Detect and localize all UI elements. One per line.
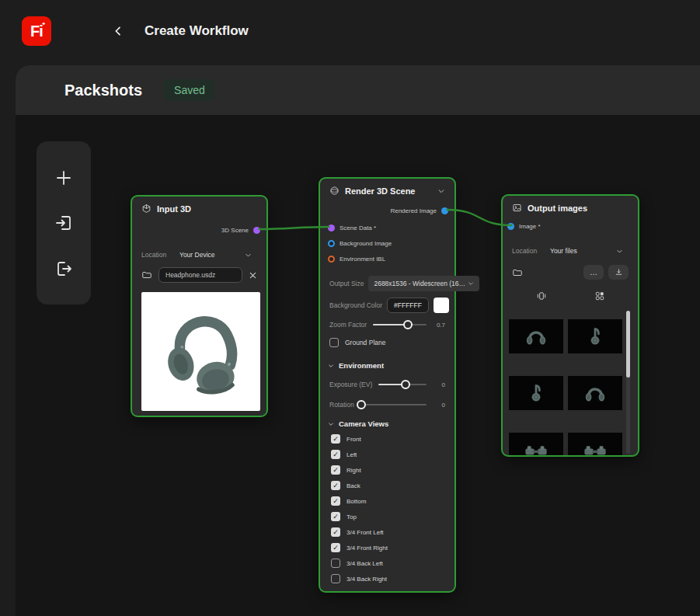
slider-handle[interactable] — [357, 400, 366, 409]
node-title: Render 3D Scene — [345, 186, 415, 196]
port-dot-background-image[interactable] — [328, 240, 335, 247]
thumbnail-side-view[interactable] — [509, 366, 563, 420]
camera-view-row[interactable]: ✓3/4 Front Left — [320, 527, 454, 537]
camera-view-row[interactable]: 3/4 Back Right — [320, 574, 454, 583]
download-button[interactable] — [608, 265, 629, 280]
camera-view-checkbox[interactable]: ✓ — [331, 465, 340, 475]
view-toggle-row — [503, 291, 638, 301]
exposure-label: Exposure (EV) — [329, 381, 372, 388]
port-background-image[interactable]: Background Image — [320, 238, 454, 248]
node-output-header[interactable]: Output images — [503, 196, 638, 217]
node-output-images[interactable]: Output images Image * Location Your file… — [501, 194, 639, 457]
clear-file-button[interactable] — [249, 271, 257, 280]
port-rendered-image[interactable]: Rendered Image — [320, 206, 454, 215]
port-dot-environment-ibl[interactable] — [328, 256, 335, 263]
thumbnail-header — [568, 366, 622, 376]
camera-view-checkbox[interactable]: ✓ — [331, 512, 340, 521]
ground-plane-row[interactable]: Ground Plane — [320, 338, 454, 347]
3d-preview-image[interactable] — [141, 292, 260, 411]
camera-view-checkbox[interactable]: ✓ — [331, 481, 340, 490]
port-dot-rendered-image[interactable] — [441, 207, 448, 214]
camera-view-row[interactable]: ✓Top — [320, 512, 454, 521]
port-environment-ibl[interactable]: Environment IBL — [320, 254, 454, 263]
rotation-label: Rotation — [329, 401, 354, 409]
slider-handle[interactable] — [401, 380, 410, 389]
camera-view-row[interactable]: ✓Bottom — [320, 496, 454, 506]
node-input-3d[interactable]: Input 3D 3D Scene Location Your Device — [131, 195, 268, 417]
location-select[interactable]: Your Device — [174, 247, 257, 263]
output-size-select[interactable]: 2688x1536 - Widescreen (16… — [368, 276, 479, 291]
thumbnail-front-view[interactable] — [509, 309, 563, 364]
carousel-view-button[interactable] — [536, 291, 547, 301]
zoom-factor-label: Zoom Factor — [329, 321, 367, 329]
port-dot-3d-scene[interactable] — [253, 227, 260, 234]
camera-view-checkbox[interactable]: ✓ — [331, 434, 340, 444]
thumbnails-grid — [509, 309, 630, 455]
camera-view-row[interactable]: 3/4 Back Left — [320, 559, 454, 568]
camera-view-checkbox[interactable]: ✓ — [331, 450, 340, 459]
thumbnail-header — [509, 423, 563, 433]
port-image[interactable]: Image * — [503, 221, 638, 231]
import-button[interactable] — [48, 207, 79, 238]
add-node-button[interactable] — [48, 162, 79, 193]
firefly-logo[interactable]: Fi ✦ — [22, 16, 51, 46]
workflow-canvas[interactable]: Input 3D 3D Scene Location Your Device — [16, 115, 700, 616]
export-icon — [54, 259, 73, 278]
thumbnail-footer — [509, 353, 563, 364]
zoom-factor-slider[interactable] — [373, 319, 427, 330]
node-render-3d-scene[interactable]: Render 3D Scene Rendered Image Scene Dat… — [319, 177, 456, 593]
thumbnail-header — [568, 309, 622, 319]
camera-view-checkbox[interactable]: ✓ — [331, 496, 340, 506]
camera-view-row[interactable]: ✓Left — [320, 450, 454, 459]
port-dot-scene-data[interactable] — [328, 224, 335, 231]
thumbnail-header — [509, 309, 563, 319]
camera-view-checkbox[interactable]: ✓ — [331, 543, 340, 552]
folder-icon[interactable] — [512, 267, 523, 278]
more-options-button[interactable]: … — [583, 265, 604, 280]
exposure-slider[interactable] — [378, 379, 427, 390]
headphones-render — [568, 378, 622, 409]
camera-view-checkbox[interactable] — [331, 559, 340, 568]
thumbnails-scrollbar[interactable] — [626, 311, 630, 454]
background-color-field[interactable]: #FFFFFF — [387, 298, 429, 313]
grid-view-button[interactable] — [594, 291, 605, 301]
thumbnail-bottom-view[interactable] — [509, 423, 563, 455]
thumbnail-bottom-view[interactable] — [568, 423, 622, 455]
canvas-toolbar — [37, 141, 91, 305]
collapse-chevron-icon[interactable] — [437, 187, 445, 195]
folder-icon[interactable] — [141, 270, 152, 280]
thumbnail-front-view[interactable] — [568, 366, 622, 420]
file-row: Headphone.usdz — [132, 267, 266, 283]
port-label: Scene Data * — [340, 224, 376, 231]
scrollbar-thumb[interactable] — [626, 311, 630, 378]
port-dot-image[interactable] — [507, 223, 514, 230]
port-3d-scene[interactable]: 3D Scene — [132, 225, 266, 235]
file-name-field[interactable]: Headphone.usdz — [158, 267, 242, 283]
camera-view-checkbox[interactable] — [331, 574, 340, 583]
slider-handle[interactable] — [403, 320, 413, 329]
thumbnail-image — [509, 319, 563, 353]
headphones-render — [509, 321, 563, 352]
ground-plane-checkbox[interactable] — [329, 338, 339, 347]
back-button[interactable] — [109, 22, 127, 40]
color-swatch[interactable] — [434, 298, 449, 313]
camera-view-label: Right — [347, 467, 361, 474]
camera-view-row[interactable]: ✓Front — [320, 434, 454, 444]
environment-section-header[interactable]: Environment — [320, 361, 454, 370]
page-title: Create Workflow — [145, 23, 249, 39]
output-size-value: 2688x1536 - Widescreen (16… — [374, 280, 465, 287]
camera-view-row[interactable]: ✓Back — [320, 481, 454, 490]
export-button[interactable] — [48, 253, 79, 284]
camera-views-section-header[interactable]: Camera Views — [320, 419, 454, 428]
camera-view-checkbox[interactable]: ✓ — [331, 527, 340, 537]
chevron-left-icon — [112, 25, 124, 37]
node-title: Output images — [528, 204, 587, 213]
rotation-slider[interactable] — [360, 399, 427, 410]
camera-view-row[interactable]: ✓3/4 Front Right — [320, 543, 454, 552]
node-render-header[interactable]: Render 3D Scene — [320, 179, 454, 200]
thumbnail-side-view[interactable] — [568, 309, 622, 364]
port-scene-data[interactable]: Scene Data * — [320, 223, 454, 232]
camera-view-row[interactable]: ✓Right — [320, 465, 454, 475]
node-input-3d-header[interactable]: Input 3D — [132, 197, 266, 218]
location-select[interactable]: Your files — [545, 243, 629, 259]
